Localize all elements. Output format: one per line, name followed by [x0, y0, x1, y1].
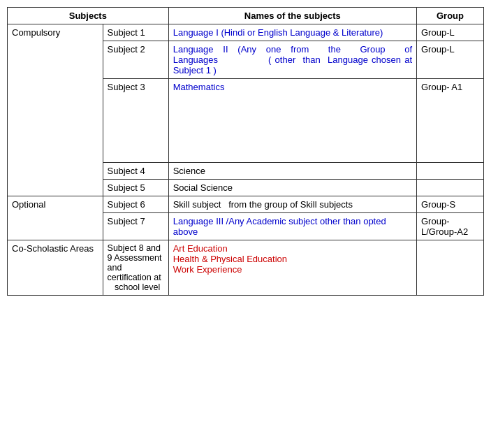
subject-name-1: Language I (Hindi or English Language & … — [168, 24, 416, 41]
header-group: Group — [417, 8, 484, 24]
subject-group-3: Group- A1 — [417, 79, 484, 163]
subject-group-7: Group-L/Group-A2 — [417, 213, 484, 240]
subject-num-1: Subject 1 — [103, 24, 168, 41]
subject-num-5: Subject 5 — [103, 180, 168, 196]
subject-num-89: Subject 8 and 9 Assessment and certifica… — [103, 240, 168, 296]
art-education: Art Education — [173, 243, 412, 254]
section-compulsory: Compulsory — [8, 24, 103, 196]
header-names: Names of the subjects — [168, 8, 416, 24]
subject-name-6: Skill subject from the group of Skill su… — [168, 196, 416, 213]
subject-num-4: Subject 4 — [103, 163, 168, 180]
subject-name-3: Mathematics — [168, 79, 416, 163]
subject-name-89: Art Education Health & Physical Educatio… — [168, 240, 416, 296]
table-row: Co-Scholastic Areas Subject 8 and 9 Asse… — [8, 240, 484, 296]
subject-name-2: Language II (Any one from the Group of L… — [168, 41, 416, 79]
subject-group-4 — [417, 163, 484, 180]
subject-name-4: Science — [168, 163, 416, 180]
main-container: Subjects Names of the subjects Group Com… — [7, 7, 484, 296]
subject-num-3: Subject 3 — [103, 79, 168, 163]
section-optional: Optional — [8, 196, 103, 240]
subject-group-89 — [417, 240, 484, 296]
table-row: Optional Subject 6 Skill subject from th… — [8, 196, 484, 213]
subject-group-1: Group-L — [417, 24, 484, 41]
subject-group-5 — [417, 180, 484, 196]
subject-group-6: Group-S — [417, 196, 484, 213]
table-row: Compulsory Subject 1 Language I (Hindi o… — [8, 24, 484, 41]
subject-num-6: Subject 6 — [103, 196, 168, 213]
subject-num-2: Subject 2 — [103, 41, 168, 79]
header-row: Subjects Names of the subjects Group — [8, 8, 484, 24]
work-experience: Work Experience — [173, 264, 412, 275]
subjects-table: Subjects Names of the subjects Group Com… — [7, 7, 484, 296]
header-subjects: Subjects — [8, 8, 169, 24]
subject-name-5: Social Science — [168, 180, 416, 196]
section-co-scholastic: Co-Scholastic Areas — [8, 240, 103, 296]
subject-group-2: Group-L — [417, 41, 484, 79]
subject-num-7: Subject 7 — [103, 213, 168, 240]
subject-name-7: Language III /Any Academic subject other… — [168, 213, 416, 240]
health-physical: Health & Physical Education — [173, 254, 412, 264]
